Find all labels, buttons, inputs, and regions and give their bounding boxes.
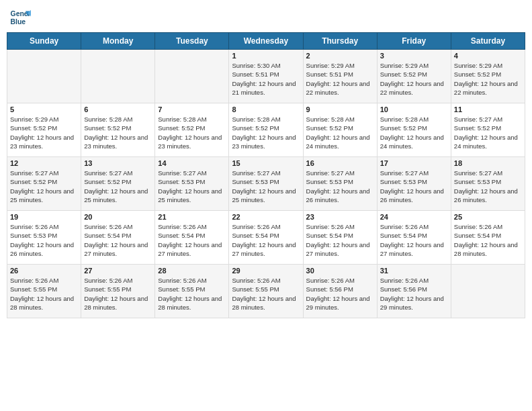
day-number: 27 <box>84 267 152 275</box>
day-number: 24 <box>380 213 448 221</box>
day-number: 6 <box>84 105 152 113</box>
calendar-day-cell: 12Sunrise: 5:27 AM Sunset: 5:52 PM Dayli… <box>7 157 81 211</box>
calendar-day-cell: 2Sunrise: 5:29 AM Sunset: 5:51 PM Daylig… <box>303 50 377 103</box>
calendar-day-cell: 17Sunrise: 5:27 AM Sunset: 5:53 PM Dayli… <box>377 157 451 211</box>
day-info: Sunrise: 5:27 AM Sunset: 5:53 PM Dayligh… <box>158 169 226 204</box>
calendar-day-cell: 10Sunrise: 5:28 AM Sunset: 5:52 PM Dayli… <box>377 103 451 157</box>
calendar-week-row: 26Sunrise: 5:26 AM Sunset: 5:55 PM Dayli… <box>7 265 525 318</box>
day-number: 31 <box>380 267 448 275</box>
day-info: Sunrise: 5:29 AM Sunset: 5:52 PM Dayligh… <box>380 61 448 97</box>
day-info: Sunrise: 5:27 AM Sunset: 5:53 PM Dayligh… <box>232 169 300 204</box>
day-info: Sunrise: 5:26 AM Sunset: 5:54 PM Dayligh… <box>158 222 226 258</box>
calendar-day-cell: 15Sunrise: 5:27 AM Sunset: 5:53 PM Dayli… <box>229 157 303 211</box>
day-info: Sunrise: 5:29 AM Sunset: 5:52 PM Dayligh… <box>454 61 522 97</box>
calendar-week-row: 5Sunrise: 5:29 AM Sunset: 5:52 PM Daylig… <box>7 103 525 157</box>
day-of-week-header: Thursday <box>303 33 377 50</box>
page-header: General Blue <box>7 7 525 28</box>
calendar-week-row: 19Sunrise: 5:26 AM Sunset: 5:53 PM Dayli… <box>7 211 525 265</box>
calendar-day-cell: 8Sunrise: 5:28 AM Sunset: 5:52 PM Daylig… <box>229 103 303 157</box>
day-number: 16 <box>306 159 374 167</box>
calendar-day-cell: 3Sunrise: 5:29 AM Sunset: 5:52 PM Daylig… <box>377 50 451 103</box>
day-info: Sunrise: 5:30 AM Sunset: 5:51 PM Dayligh… <box>232 61 300 97</box>
day-number: 14 <box>158 159 226 167</box>
day-number: 17 <box>380 159 448 167</box>
day-number: 28 <box>158 267 226 275</box>
calendar-day-cell <box>7 50 81 103</box>
calendar-week-row: 1Sunrise: 5:30 AM Sunset: 5:51 PM Daylig… <box>7 50 525 103</box>
calendar-day-cell: 5Sunrise: 5:29 AM Sunset: 5:52 PM Daylig… <box>7 103 81 157</box>
calendar-day-cell: 26Sunrise: 5:26 AM Sunset: 5:55 PM Dayli… <box>7 265 81 318</box>
day-number: 20 <box>84 213 152 221</box>
day-info: Sunrise: 5:26 AM Sunset: 5:54 PM Dayligh… <box>232 222 300 258</box>
day-info: Sunrise: 5:26 AM Sunset: 5:55 PM Dayligh… <box>232 276 300 312</box>
calendar-week-row: 12Sunrise: 5:27 AM Sunset: 5:52 PM Dayli… <box>7 157 525 211</box>
calendar-day-cell: 24Sunrise: 5:26 AM Sunset: 5:54 PM Dayli… <box>377 211 451 265</box>
day-of-week-header: Tuesday <box>155 33 229 50</box>
calendar-day-cell: 18Sunrise: 5:27 AM Sunset: 5:53 PM Dayli… <box>451 157 525 211</box>
day-info: Sunrise: 5:26 AM Sunset: 5:54 PM Dayligh… <box>380 222 448 258</box>
day-number: 30 <box>306 267 374 275</box>
day-number: 22 <box>232 213 300 221</box>
calendar-day-cell <box>451 265 525 318</box>
day-info: Sunrise: 5:26 AM Sunset: 5:55 PM Dayligh… <box>10 276 78 312</box>
calendar-day-cell: 11Sunrise: 5:27 AM Sunset: 5:52 PM Dayli… <box>451 103 525 157</box>
day-info: Sunrise: 5:27 AM Sunset: 5:53 PM Dayligh… <box>306 169 374 204</box>
day-number: 18 <box>454 159 522 167</box>
day-info: Sunrise: 5:27 AM Sunset: 5:52 PM Dayligh… <box>454 115 522 150</box>
calendar-day-cell: 4Sunrise: 5:29 AM Sunset: 5:52 PM Daylig… <box>451 50 525 103</box>
day-number: 7 <box>158 105 226 113</box>
day-number: 3 <box>380 52 448 60</box>
day-info: Sunrise: 5:27 AM Sunset: 5:52 PM Dayligh… <box>84 169 152 204</box>
calendar-day-cell: 16Sunrise: 5:27 AM Sunset: 5:53 PM Dayli… <box>303 157 377 211</box>
calendar-day-cell: 27Sunrise: 5:26 AM Sunset: 5:55 PM Dayli… <box>81 265 155 318</box>
calendar-day-cell: 25Sunrise: 5:26 AM Sunset: 5:54 PM Dayli… <box>451 211 525 265</box>
day-number: 19 <box>10 213 78 221</box>
day-number: 2 <box>306 52 374 60</box>
day-number: 15 <box>232 159 300 167</box>
day-of-week-header: Sunday <box>7 33 81 50</box>
day-info: Sunrise: 5:26 AM Sunset: 5:53 PM Dayligh… <box>10 222 78 258</box>
day-number: 10 <box>380 105 448 113</box>
day-number: 13 <box>84 159 152 167</box>
calendar-day-cell: 13Sunrise: 5:27 AM Sunset: 5:52 PM Dayli… <box>81 157 155 211</box>
day-info: Sunrise: 5:26 AM Sunset: 5:55 PM Dayligh… <box>84 276 152 312</box>
day-info: Sunrise: 5:28 AM Sunset: 5:52 PM Dayligh… <box>232 115 300 150</box>
day-info: Sunrise: 5:28 AM Sunset: 5:52 PM Dayligh… <box>158 115 226 150</box>
svg-text:Blue: Blue <box>11 18 26 26</box>
day-info: Sunrise: 5:26 AM Sunset: 5:55 PM Dayligh… <box>158 276 226 312</box>
day-number: 26 <box>10 267 78 275</box>
calendar-day-cell: 22Sunrise: 5:26 AM Sunset: 5:54 PM Dayli… <box>229 211 303 265</box>
calendar-day-cell: 28Sunrise: 5:26 AM Sunset: 5:55 PM Dayli… <box>155 265 229 318</box>
day-info: Sunrise: 5:27 AM Sunset: 5:53 PM Dayligh… <box>380 169 448 204</box>
day-info: Sunrise: 5:27 AM Sunset: 5:53 PM Dayligh… <box>454 169 522 204</box>
day-info: Sunrise: 5:29 AM Sunset: 5:52 PM Dayligh… <box>10 115 78 150</box>
day-number: 29 <box>232 267 300 275</box>
calendar-day-cell: 20Sunrise: 5:26 AM Sunset: 5:54 PM Dayli… <box>81 211 155 265</box>
logo: General Blue <box>9 7 31 28</box>
day-number: 1 <box>232 52 300 60</box>
calendar-day-cell: 29Sunrise: 5:26 AM Sunset: 5:55 PM Dayli… <box>229 265 303 318</box>
calendar-day-cell: 6Sunrise: 5:28 AM Sunset: 5:52 PM Daylig… <box>81 103 155 157</box>
calendar-day-cell <box>155 50 229 103</box>
day-of-week-header: Wednesday <box>229 33 303 50</box>
day-info: Sunrise: 5:26 AM Sunset: 5:54 PM Dayligh… <box>454 222 522 258</box>
logo-icon: General Blue <box>9 7 31 28</box>
day-info: Sunrise: 5:28 AM Sunset: 5:52 PM Dayligh… <box>380 115 448 150</box>
day-info: Sunrise: 5:29 AM Sunset: 5:51 PM Dayligh… <box>306 61 374 97</box>
day-number: 23 <box>306 213 374 221</box>
calendar-day-cell: 1Sunrise: 5:30 AM Sunset: 5:51 PM Daylig… <box>229 50 303 103</box>
calendar-day-cell: 31Sunrise: 5:26 AM Sunset: 5:56 PM Dayli… <box>377 265 451 318</box>
calendar-day-cell: 7Sunrise: 5:28 AM Sunset: 5:52 PM Daylig… <box>155 103 229 157</box>
day-number: 4 <box>454 52 522 60</box>
day-number: 21 <box>158 213 226 221</box>
day-of-week-header: Monday <box>81 33 155 50</box>
day-number: 9 <box>306 105 374 113</box>
calendar-day-cell: 14Sunrise: 5:27 AM Sunset: 5:53 PM Dayli… <box>155 157 229 211</box>
calendar-day-cell: 21Sunrise: 5:26 AM Sunset: 5:54 PM Dayli… <box>155 211 229 265</box>
calendar-day-cell <box>81 50 155 103</box>
day-number: 11 <box>454 105 522 113</box>
day-info: Sunrise: 5:26 AM Sunset: 5:54 PM Dayligh… <box>84 222 152 258</box>
day-info: Sunrise: 5:28 AM Sunset: 5:52 PM Dayligh… <box>306 115 374 150</box>
calendar-day-cell: 23Sunrise: 5:26 AM Sunset: 5:54 PM Dayli… <box>303 211 377 265</box>
day-of-week-header: Saturday <box>451 33 525 50</box>
